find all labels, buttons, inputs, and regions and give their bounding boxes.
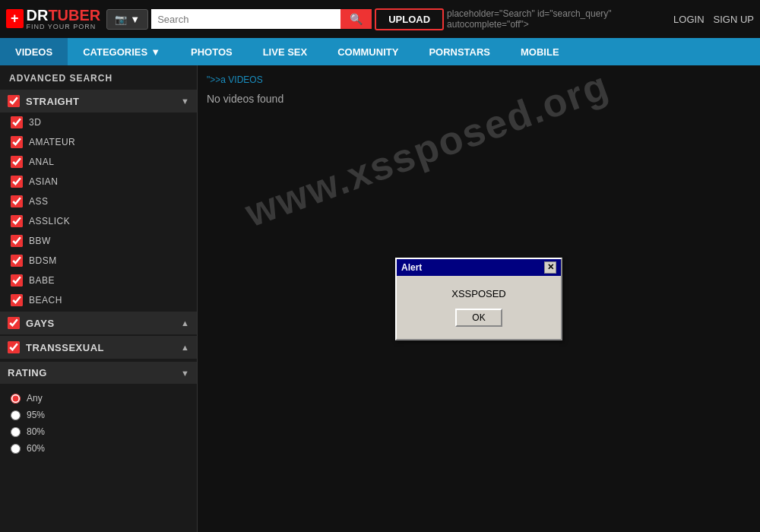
header: + DRTUBER FIND YOUR PORN 📷 ▼ 🔍 UPLOAD pl…: [0, 0, 760, 38]
category-header-transsexual[interactable]: TRANSSEXUAL ▲: [0, 336, 197, 359]
list-item[interactable]: BBW: [0, 231, 197, 251]
item-asian-checkbox[interactable]: [11, 176, 23, 188]
cam-arrow: ▼: [130, 14, 140, 25]
placeholder-code: placeholder="Search" id="search_query" a…: [447, 8, 667, 30]
search-area: 📷 ▼ 🔍 UPLOAD placeholder="Search" id="se…: [106, 8, 667, 30]
item-asslick-label: ASSLICK: [29, 216, 70, 226]
item-ass-checkbox[interactable]: [11, 195, 23, 207]
rating-60-label: 60%: [27, 443, 45, 454]
logo-text: DRTUBER FIND YOUR PORN: [27, 7, 101, 31]
logo-cross: +: [6, 9, 24, 28]
login-link[interactable]: LOGIN: [673, 14, 704, 25]
item-bdsm-checkbox[interactable]: [11, 255, 23, 267]
rating-option-any[interactable]: Any: [11, 390, 186, 407]
item-3d-checkbox[interactable]: [11, 116, 23, 128]
search-button[interactable]: 🔍: [340, 9, 372, 29]
rating-option-60[interactable]: 60%: [11, 440, 186, 457]
category-group-gays: GAYS ▲: [0, 312, 197, 334]
rating-60-radio[interactable]: [11, 444, 21, 454]
nav-categories[interactable]: CATEGORIES ▼: [68, 38, 176, 65]
gays-checkbox[interactable]: [8, 317, 20, 329]
nav-live-sex[interactable]: LIVE SEX: [248, 38, 323, 65]
transsexual-label: TRANSSEXUAL: [26, 342, 175, 353]
list-item[interactable]: ASIAN: [0, 172, 197, 192]
rating-option-95[interactable]: 95%: [11, 407, 186, 423]
transsexual-checkbox[interactable]: [8, 341, 20, 353]
category-group-straight: STRAIGHT ▼ 3D AMATEUR ANAL ASIA: [0, 90, 197, 310]
nav-videos[interactable]: VIDEOS: [0, 38, 68, 65]
nav-mobile[interactable]: MOBILE: [505, 38, 575, 65]
rating-any-radio[interactable]: [11, 394, 21, 404]
straight-label: STRAIGHT: [26, 96, 175, 107]
item-asian-label: ASIAN: [29, 176, 59, 187]
rating-80-radio[interactable]: [11, 427, 21, 437]
list-item[interactable]: BDSM: [0, 251, 197, 271]
logo-dr: DRTUBER: [27, 7, 101, 24]
search-input[interactable]: [151, 9, 340, 29]
nav-photos[interactable]: PHOTOS: [176, 38, 248, 65]
alert-ok-button[interactable]: OK: [455, 309, 502, 327]
logo-tagline: FIND YOUR PORN: [27, 24, 101, 31]
nav-community[interactable]: COMMUNITY: [322, 38, 413, 65]
search-bar: 🔍: [151, 9, 372, 29]
transsexual-arrow: ▲: [181, 343, 189, 352]
rating-section: RATING ▼ Any 95% 80% 60%: [0, 362, 197, 463]
auth-links: LOGIN SIGN UP: [673, 14, 754, 25]
camera-icon: 📷: [115, 14, 127, 25]
rating-95-radio[interactable]: [11, 410, 21, 420]
list-item[interactable]: ASSLICK: [0, 211, 197, 231]
rating-95-label: 95%: [27, 410, 45, 420]
item-babe-label: BABE: [29, 275, 55, 286]
alert-overlay: Alert ✕ XSSPOSED OK: [198, 65, 760, 532]
nav-pornstars[interactable]: PORNSTARS: [413, 38, 505, 65]
category-group-transsexual: TRANSSEXUAL ▲: [0, 336, 197, 359]
alert-body: XSSPOSED OK: [397, 276, 561, 339]
rating-option-80[interactable]: 80%: [11, 423, 186, 440]
item-anal-label: ANAL: [29, 157, 54, 167]
list-item[interactable]: BABE: [0, 271, 197, 290]
straight-arrow: ▼: [181, 97, 189, 106]
item-beach-checkbox[interactable]: [11, 294, 23, 306]
item-asslick-checkbox[interactable]: [11, 215, 23, 227]
category-header-straight[interactable]: STRAIGHT ▼: [0, 90, 197, 112]
item-beach-label: BEACH: [29, 295, 62, 306]
content: ADVANCED SEARCH STRAIGHT ▼ 3D AMATEUR: [0, 65, 760, 532]
item-bdsm-label: BDSM: [29, 255, 57, 266]
straight-subitems: 3D AMATEUR ANAL ASIAN ASS: [0, 112, 197, 310]
straight-checkbox[interactable]: [8, 95, 20, 107]
alert-dialog: Alert ✕ XSSPOSED OK: [395, 258, 562, 340]
category-header-gays[interactable]: GAYS ▲: [0, 312, 197, 334]
logo: + DRTUBER FIND YOUR PORN: [6, 7, 100, 31]
rating-arrow: ▼: [181, 369, 189, 378]
rating-options: Any 95% 80% 60%: [0, 384, 197, 463]
item-babe-checkbox[interactable]: [11, 274, 23, 287]
rating-80-label: 80%: [27, 426, 45, 437]
item-3d-label: 3D: [29, 117, 41, 128]
list-item[interactable]: AMATEUR: [0, 132, 197, 152]
rating-any-label: Any: [27, 393, 43, 404]
signup-link[interactable]: SIGN UP: [714, 14, 754, 25]
alert-title: Alert: [401, 262, 422, 273]
sidebar-title: ADVANCED SEARCH: [0, 65, 197, 90]
alert-close-button[interactable]: ✕: [544, 261, 556, 274]
item-anal-checkbox[interactable]: [11, 156, 23, 168]
item-bbw-checkbox[interactable]: [11, 235, 23, 247]
list-item[interactable]: BEACH: [0, 290, 197, 310]
item-amateur-label: AMATEUR: [29, 137, 75, 147]
list-item[interactable]: ASS: [0, 192, 197, 211]
rating-header[interactable]: RATING ▼: [0, 362, 197, 384]
item-amateur-checkbox[interactable]: [11, 136, 23, 148]
camera-button[interactable]: 📷 ▼: [106, 9, 148, 30]
nav-bar: VIDEOS CATEGORIES ▼ PHOTOS LIVE SEX COMM…: [0, 38, 760, 65]
nav-categories-label: CATEGORIES: [83, 46, 147, 58]
nav-categories-arrow: ▼: [150, 46, 160, 58]
list-item[interactable]: ANAL: [0, 152, 197, 172]
upload-button[interactable]: UPLOAD: [375, 8, 444, 30]
alert-titlebar: Alert ✕: [397, 259, 561, 276]
item-ass-label: ASS: [29, 196, 49, 207]
main-content: ">>a VIDEOS No videos found www.xssposed…: [198, 65, 760, 532]
sidebar: ADVANCED SEARCH STRAIGHT ▼ 3D AMATEUR: [0, 65, 198, 532]
gays-arrow: ▲: [181, 318, 189, 328]
gays-label: GAYS: [26, 318, 175, 329]
list-item[interactable]: 3D: [0, 112, 197, 132]
